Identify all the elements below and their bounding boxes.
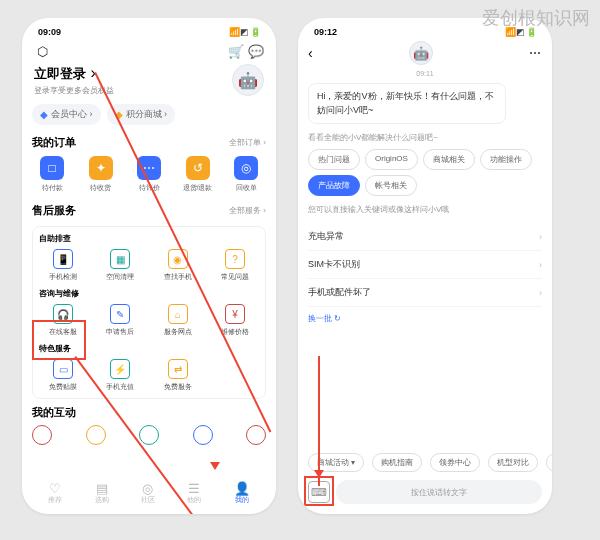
service-item[interactable]: 🎧 在线客服 (39, 304, 87, 337)
interact-icon[interactable] (86, 425, 106, 445)
service-item[interactable]: ⌂ 服务网点 (154, 304, 202, 337)
after-title: 售后服务 (32, 203, 76, 218)
consult-title: 咨询与维修 (39, 288, 259, 299)
order-item[interactable]: ◎ 回收单 (226, 156, 266, 193)
tab-1[interactable]: ▤选购 (95, 482, 109, 505)
interact-icon[interactable] (32, 425, 52, 445)
orders-title: 我的订单 (32, 135, 76, 150)
chip[interactable]: 功能操作 (480, 149, 532, 170)
order-item[interactable]: ✦ 待收货 (81, 156, 121, 193)
login-title[interactable]: 立即登录 › (34, 64, 114, 83)
strip-item[interactable]: 商城活动 ▾ (308, 453, 364, 472)
status-time: 09:09 (38, 27, 61, 37)
service-item[interactable]: ✎ 申请售后 (96, 304, 144, 337)
strip-item[interactable]: 领券中心 (430, 453, 480, 472)
service-item[interactable]: ◉ 查找手机 (154, 249, 202, 282)
strip-item[interactable]: 机型对比 (488, 453, 538, 472)
service-item[interactable]: ⚡ 手机充值 (96, 359, 144, 392)
chip[interactable]: 帐号相关 (365, 175, 417, 196)
settings-icon[interactable]: ⬡ (34, 43, 50, 59)
special-title: 特色服务 (39, 343, 259, 354)
faq-row[interactable]: 充电异常› (308, 223, 542, 251)
status-icons: 📶 ◩ 🔋 (229, 27, 260, 37)
login-subtitle: 登录享受更多会员权益 (34, 85, 114, 96)
chat-timestamp: 09:11 (308, 70, 542, 77)
service-item[interactable]: ? 常见问题 (211, 249, 259, 282)
faq-hint: 您可以直接输入关键词或像这样问小V哦 (308, 204, 542, 215)
keyboard-icon[interactable]: ⌨ (308, 481, 330, 503)
orders-more[interactable]: 全部订单 › (229, 137, 266, 148)
voice-input[interactable]: 按住说话转文字 (336, 480, 542, 504)
tab-0[interactable]: ♡推荐 (48, 482, 62, 505)
phone-right: 09:12 📶 ◩ 🔋 ‹ 🤖 ⋯ 09:11 Hi，亲爱的V粉，新年快乐！有什… (298, 18, 552, 514)
interact-icon[interactable] (139, 425, 159, 445)
tab-2[interactable]: ◎社区 (141, 482, 155, 505)
watermark: 爱创根知识网 (482, 6, 590, 30)
order-item[interactable]: □ 待付款 (32, 156, 72, 193)
chip[interactable]: OriginOS (365, 149, 418, 170)
pill-member[interactable]: ◆会员中心 › (32, 104, 101, 125)
avatar[interactable]: 🤖 (232, 64, 264, 96)
chip[interactable]: 商城相关 (423, 149, 475, 170)
faq-row[interactable]: 手机或配件坏了› (308, 279, 542, 307)
interact-icon[interactable] (193, 425, 213, 445)
chip-hint: 看看全能的小V都能解决什么问题吧~ (308, 132, 542, 143)
tab-3[interactable]: ☰他的 (187, 482, 201, 505)
service-item[interactable]: ⇄ 免费服务 (154, 359, 202, 392)
self-title: 自助排查 (39, 233, 259, 244)
order-item[interactable]: ⋯ 待评价 (129, 156, 169, 193)
status-time: 09:12 (314, 27, 337, 37)
tab-4[interactable]: 👤我的 (234, 482, 250, 505)
refresh-link[interactable]: 换一批 ↻ (308, 313, 542, 324)
faq-row[interactable]: SIM卡不识别› (308, 251, 542, 279)
cart-icon[interactable]: 🛒 (228, 44, 244, 60)
status-bar: 09:09 📶 ◩ 🔋 (32, 24, 266, 40)
service-item[interactable]: ▭ 免费贴膜 (39, 359, 87, 392)
chip[interactable]: 热门问题 (308, 149, 360, 170)
strip-item[interactable]: 以 (546, 453, 552, 472)
service-item[interactable]: 📱 手机检测 (39, 249, 87, 282)
service-item[interactable]: ¥ 维修价格 (211, 304, 259, 337)
more-icon[interactable]: ⋯ (529, 46, 542, 60)
interact-icon[interactable] (246, 425, 266, 445)
strip-item[interactable]: 购机指南 (372, 453, 422, 472)
chat-bubble: Hi，亲爱的V粉，新年快乐！有什么问题，不妨问问小V吧~ (308, 83, 506, 124)
pill-points[interactable]: ◆积分商城 › (107, 104, 176, 125)
chip[interactable]: 产品故障 (308, 175, 360, 196)
chat-icon[interactable]: 💬 (248, 44, 264, 60)
service-item[interactable]: ▦ 空间清理 (96, 249, 144, 282)
phone-left: 09:09 📶 ◩ 🔋 ⬡ 🛒 💬 立即登录 › 登录享受更多会员权益 🤖 ◆会… (22, 18, 276, 514)
interact-title: 我的互动 (32, 405, 76, 420)
bot-avatar: 🤖 (409, 41, 433, 65)
back-icon[interactable]: ‹ (308, 45, 313, 61)
order-item[interactable]: ↺ 退货/退款 (178, 156, 218, 193)
after-more[interactable]: 全部服务 › (229, 205, 266, 216)
